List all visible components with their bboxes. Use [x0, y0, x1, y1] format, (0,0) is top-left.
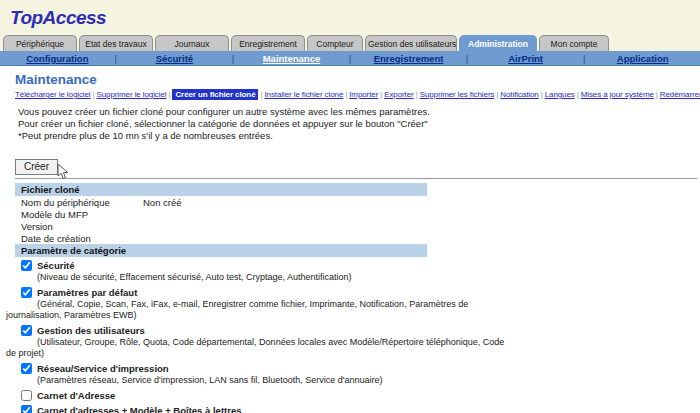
subnav-enregistrement[interactable]: Enregistrement: [374, 53, 444, 64]
category-description: (Niveau de sécurité, Effacement sécurisé…: [6, 272, 511, 283]
carnet-modele-boites-checkbox[interactable]: [21, 405, 32, 413]
masthead: TopAccess Périphérique Etat des travaux …: [0, 0, 700, 51]
link-separator: |: [168, 90, 170, 99]
category-item-reseau-service-impression: Réseau/Service d'impression (Paramètres …: [15, 362, 700, 386]
row-label: Modèle du MFP: [21, 209, 143, 220]
tab-compteur[interactable]: Compteur: [307, 35, 363, 51]
category-list: Sécurité (Niveau de sécurité, Effacement…: [15, 259, 700, 413]
link-creer-un-fichier-clone[interactable]: Créer un fichier cloné: [172, 89, 258, 100]
content-area: Maintenance Télécharger le logiciel|Supp…: [0, 66, 700, 413]
link-separator: |: [260, 90, 262, 99]
intro-text: Vous pouvez créer un fichier cloné pour …: [15, 106, 700, 142]
subnav-securite[interactable]: Sécurité: [156, 53, 194, 64]
topaccess-logo: TopAccess: [10, 7, 106, 28]
link-separator: |: [541, 90, 543, 99]
create-button-row: Créer: [15, 156, 700, 173]
row-label: Date de création: [21, 233, 143, 244]
link-telecharger-le-logiciel[interactable]: Télécharger le logiciel: [15, 90, 91, 99]
intro-line-3: *Peut prendre plus de 10 mn s'il y a de …: [18, 130, 700, 142]
link-installer-le-fichier-clone[interactable]: Installer le fichier cloné: [264, 90, 343, 99]
link-separator: |: [656, 90, 658, 99]
subnav-airprint[interactable]: AirPrint: [508, 53, 543, 64]
securite-checkbox[interactable]: [21, 260, 32, 271]
category-label: Paramètres par défaut: [37, 287, 137, 298]
create-button[interactable]: Créer: [15, 159, 58, 175]
row-date-de-creation: Date de création: [15, 232, 427, 244]
link-supprimer-le-logiciel[interactable]: Supprimer le logiciel: [97, 90, 167, 99]
tab-administration[interactable]: Administration: [459, 35, 537, 51]
clone-file-panel: Fichier cloné Nom du périphérique Non cr…: [15, 183, 427, 244]
link-notification[interactable]: Notification: [500, 90, 538, 99]
tab-gestion-des-utilisateurs[interactable]: Gestion des utilisateurs: [365, 35, 457, 51]
link-separator: |: [416, 90, 418, 99]
link-supprimer-les-fichiers[interactable]: Supprimer les fichiers: [420, 90, 495, 99]
category-description: (Général, Copie, Scan, Fax, iFax, e-mail…: [6, 299, 511, 321]
link-separator: |: [496, 90, 498, 99]
admin-subnav-bar: Configuration | Sécurité | Maintenance |…: [0, 51, 700, 66]
category-header: Paramètre de catégorie: [15, 244, 427, 257]
subnav-application[interactable]: Application: [617, 53, 669, 64]
link-separator: |: [577, 90, 579, 99]
row-label: Version: [21, 221, 143, 232]
page-title: Maintenance: [15, 72, 700, 87]
category-description: (Paramètres réseau, Service d'impression…: [6, 375, 511, 386]
divider: [15, 178, 697, 179]
subnav-configuration[interactable]: Configuration: [26, 53, 88, 64]
category-label: Gestion des utilisateurs: [37, 325, 145, 336]
parametres-par-defaut-checkbox[interactable]: [21, 287, 32, 298]
link-separator: |: [93, 90, 95, 99]
row-modele-du-mfp: Modèle du MFP: [15, 208, 427, 220]
row-version: Version: [15, 220, 427, 232]
clone-file-header: Fichier cloné: [15, 183, 427, 196]
category-label: Carnet d'Adresse: [37, 390, 115, 401]
link-redemarrer[interactable]: Redémarrer: [660, 90, 700, 99]
category-item-gestion-des-utilisateurs: Gestion des utilisateurs (Utilisateur, G…: [15, 324, 700, 359]
category-item-carnet-adresse: Carnet d'Adresse: [15, 389, 700, 401]
link-separator: |: [380, 90, 382, 99]
row-value: Non créé: [143, 197, 182, 208]
link-importer[interactable]: Importer: [349, 90, 378, 99]
link-exporter[interactable]: Exporter: [384, 90, 413, 99]
category-label: Sécurité: [37, 260, 75, 271]
tab-enregistrement[interactable]: Enregistrement: [231, 35, 305, 51]
tab-etat-des-travaux[interactable]: Etat des travaux: [79, 35, 153, 51]
row-nom-du-peripherique: Nom du périphérique Non créé: [15, 196, 427, 208]
category-item-parametres-par-defaut: Paramètres par défaut (Général, Copie, S…: [15, 286, 700, 321]
main-tab-bar: Périphérique Etat des travaux Journaux E…: [0, 33, 700, 51]
category-label: Carnet d'adresses + Modèle + Boîtes à le…: [37, 405, 241, 413]
intro-line-1: Vous pouvez créer un fichier cloné pour …: [18, 106, 700, 118]
subnav-maintenance[interactable]: Maintenance: [263, 53, 321, 64]
maintenance-function-links: Télécharger le logiciel|Supprimer le log…: [15, 90, 700, 99]
mouse-cursor-icon: [57, 163, 69, 180]
tab-mon-compte[interactable]: Mon compte: [539, 35, 609, 51]
category-item-carnet-modele-boites: Carnet d'adresses + Modèle + Boîtes à le…: [15, 404, 700, 413]
link-langues[interactable]: Langues: [545, 90, 575, 99]
logo-row: TopAccess: [0, 0, 700, 33]
category-item-securite: Sécurité (Niveau de sécurité, Effacement…: [15, 259, 700, 283]
link-separator: |: [345, 90, 347, 99]
category-description: (Utilisateur, Groupe, Rôle, Quota, Code …: [6, 337, 511, 359]
intro-line-2: Pour créer un fichier cloné, sélectionne…: [18, 118, 700, 130]
gestion-des-utilisateurs-checkbox[interactable]: [21, 325, 32, 336]
carnet-adresse-checkbox[interactable]: [21, 390, 32, 401]
tab-journaux[interactable]: Journaux: [155, 35, 229, 51]
reseau-service-impression-checkbox[interactable]: [21, 363, 32, 374]
row-label: Nom du périphérique: [21, 197, 143, 208]
category-panel: Paramètre de catégorie: [15, 244, 427, 257]
link-mises-a-jour-systeme[interactable]: Mises à jour système: [581, 90, 654, 99]
category-label: Réseau/Service d'impression: [37, 363, 169, 374]
tab-peripherique[interactable]: Périphérique: [3, 35, 77, 51]
